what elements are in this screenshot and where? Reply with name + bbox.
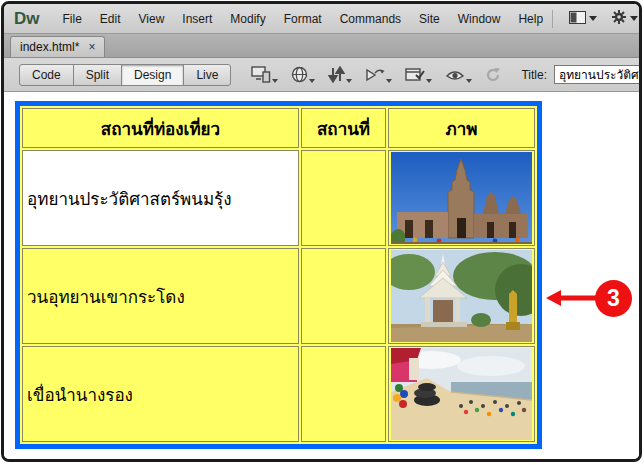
- check-browser-compatibility-button[interactable]: [402, 65, 435, 85]
- menubar-divider: [552, 10, 553, 28]
- workspace-layout-button[interactable]: [569, 11, 597, 27]
- gear-icon: [611, 9, 627, 28]
- header-location[interactable]: สถานที่: [301, 108, 386, 148]
- tab-index-html[interactable]: index.html* ×: [10, 36, 105, 57]
- document-toolbar: Code Split Design Live: [4, 58, 639, 92]
- chevron-down-icon: [426, 79, 432, 83]
- header-attraction[interactable]: สถานที่ท่องเที่ยว: [22, 108, 299, 148]
- chevron-down-icon: [589, 16, 597, 21]
- menu-bar: Dw File Edit View Insert Modify Format C…: [4, 4, 639, 34]
- cell-attraction-3[interactable]: เขื่อนำนางรอง: [22, 346, 299, 442]
- visual-aids-button[interactable]: [442, 65, 475, 85]
- phanom-rung-temple-photo[interactable]: [391, 152, 532, 244]
- design-view-canvas[interactable]: สถานที่ท่องเที่ยว สถานที่ ภาพ อุทยานประว…: [4, 92, 639, 459]
- chevron-down-icon: [272, 79, 278, 83]
- w3c-validation-button[interactable]: [362, 65, 395, 85]
- cell-location-3[interactable]: [301, 346, 386, 442]
- menu-file[interactable]: File: [54, 8, 91, 30]
- annotation-step-badge: 3: [595, 280, 632, 317]
- globe-icon: [291, 66, 308, 83]
- document-title-input[interactable]: [554, 65, 642, 84]
- cell-attraction-1[interactable]: อุทยานประวัติศาสตร์พนมรุ้ง: [22, 150, 299, 246]
- tab-close-icon[interactable]: ×: [88, 41, 95, 53]
- menu-insert[interactable]: Insert: [173, 8, 221, 30]
- chevron-down-icon: [466, 79, 472, 83]
- menu-modify[interactable]: Modify: [221, 8, 274, 30]
- refresh-icon: [485, 67, 501, 83]
- menu-format[interactable]: Format: [275, 8, 331, 30]
- menu-edit[interactable]: Edit: [91, 8, 130, 30]
- live-view-button[interactable]: Live: [183, 64, 231, 86]
- refresh-design-view-button[interactable]: [482, 65, 504, 85]
- cell-location-2[interactable]: [301, 248, 386, 344]
- design-view-button[interactable]: Design: [121, 64, 184, 86]
- khao-kradong-shrine-photo[interactable]: [391, 250, 532, 342]
- cell-picture-1[interactable]: [388, 150, 535, 246]
- browser-check-icon: [405, 67, 425, 83]
- code-view-button[interactable]: Code: [19, 64, 74, 86]
- dreamweaver-logo: Dw: [14, 9, 40, 29]
- split-view-button[interactable]: Split: [73, 64, 122, 86]
- extensions-menu-button[interactable]: [611, 9, 638, 28]
- menu-view[interactable]: View: [130, 8, 174, 30]
- menu-help[interactable]: Help: [509, 8, 552, 30]
- chevron-down-icon: [309, 79, 315, 83]
- annotation-arrow-icon: [544, 288, 600, 308]
- multiscreen-preview-icon: [251, 66, 271, 83]
- eye-icon: [445, 67, 465, 83]
- multiscreen-preview-button[interactable]: [248, 64, 281, 85]
- attractions-table: สถานที่ท่องเที่ยว สถานที่ ภาพ อุทยานประว…: [15, 101, 542, 449]
- cell-picture-3[interactable]: [388, 346, 535, 442]
- file-management-button[interactable]: [325, 64, 355, 85]
- document-tab-bar: index.html* ×: [4, 34, 639, 58]
- view-mode-buttons: Code Split Design Live: [19, 64, 231, 86]
- table-header-row: สถานที่ท่องเที่ยว สถานที่ ภาพ: [22, 108, 535, 148]
- workspace-layout-icon: [569, 11, 586, 27]
- cell-location-1[interactable]: [301, 150, 386, 246]
- title-label: Title:: [521, 68, 547, 82]
- validation-icon: [365, 67, 385, 83]
- header-picture[interactable]: ภาพ: [388, 108, 535, 148]
- menu-site[interactable]: Site: [410, 8, 449, 30]
- cell-picture-2[interactable]: [388, 248, 535, 344]
- get-put-arrows-icon: [328, 66, 345, 83]
- lam-nang-rong-beach-photo[interactable]: [391, 348, 532, 440]
- tab-label: index.html*: [20, 40, 79, 54]
- chevron-down-icon: [386, 79, 392, 83]
- table-row: เขื่อนำนางรอง: [22, 346, 535, 442]
- table-row: อุทยานประวัติศาสตร์พนมรุ้ง: [22, 150, 535, 246]
- table-row: วนอุทยานเขากระโดง: [22, 248, 535, 344]
- dreamweaver-window: Dw File Edit View Insert Modify Format C…: [1, 1, 642, 462]
- chevron-down-icon: [346, 79, 352, 83]
- cell-attraction-2[interactable]: วนอุทยานเขากระโดง: [22, 248, 299, 344]
- menu-commands[interactable]: Commands: [331, 8, 410, 30]
- preview-in-browser-button[interactable]: [288, 64, 318, 85]
- chevron-down-icon: [630, 16, 638, 21]
- menu-window[interactable]: Window: [449, 8, 510, 30]
